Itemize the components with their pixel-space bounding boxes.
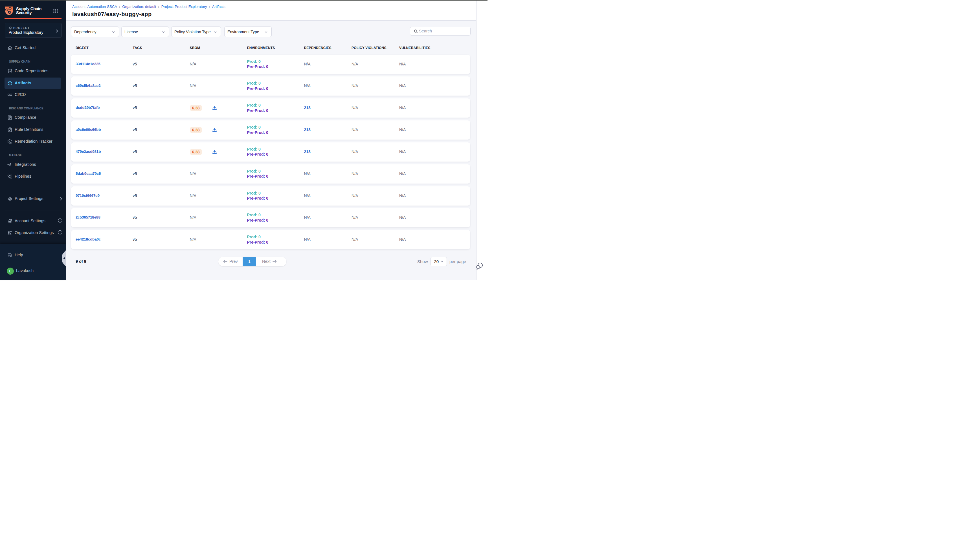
svg-text:?: ? bbox=[9, 253, 10, 256]
